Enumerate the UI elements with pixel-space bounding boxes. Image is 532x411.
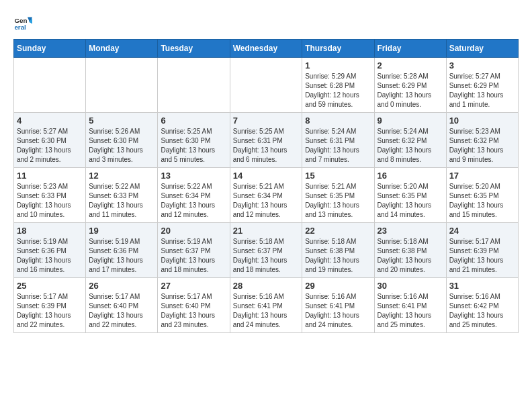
day-info: Sunrise: 5:17 AM Sunset: 6:40 PM Dayligh… [89,292,154,330]
day-info: Sunrise: 5:21 AM Sunset: 6:34 PM Dayligh… [233,182,300,220]
day-info: Sunrise: 5:20 AM Sunset: 6:35 PM Dayligh… [449,182,515,220]
day-number: 12 [89,171,154,181]
calendar-cell: 21Sunrise: 5:18 AM Sunset: 6:37 PM Dayli… [230,223,302,278]
day-number: 15 [305,171,371,181]
weekday-header-monday: Monday [86,40,158,58]
day-info: Sunrise: 5:17 AM Sunset: 6:40 PM Dayligh… [161,292,226,330]
day-info: Sunrise: 5:25 AM Sunset: 6:30 PM Dayligh… [161,127,226,165]
day-info: Sunrise: 5:20 AM Sunset: 6:35 PM Dayligh… [378,182,443,220]
day-info: Sunrise: 5:26 AM Sunset: 6:30 PM Dayligh… [89,127,154,165]
calendar-cell: 8Sunrise: 5:24 AM Sunset: 6:31 PM Daylig… [302,113,374,168]
day-number: 26 [89,281,154,291]
day-number: 30 [378,281,443,291]
day-number: 17 [449,171,515,181]
calendar-cell [14,58,86,113]
calendar-cell [86,58,158,113]
day-number: 13 [161,171,226,181]
calendar-cell: 14Sunrise: 5:21 AM Sunset: 6:34 PM Dayli… [230,168,302,223]
day-info: Sunrise: 5:18 AM Sunset: 6:38 PM Dayligh… [378,237,443,275]
day-number: 2 [378,60,443,71]
weekday-header-saturday: Saturday [446,40,518,58]
calendar-table: SundayMondayTuesdayWednesdayThursdayFrid… [13,39,519,333]
calendar-cell: 26Sunrise: 5:17 AM Sunset: 6:40 PM Dayli… [86,278,158,333]
day-number: 23 [378,226,443,236]
day-number: 21 [233,226,300,236]
day-info: Sunrise: 5:16 AM Sunset: 6:41 PM Dayligh… [305,292,371,330]
day-info: Sunrise: 5:22 AM Sunset: 6:34 PM Dayligh… [161,182,226,220]
calendar-cell: 16Sunrise: 5:20 AM Sunset: 6:35 PM Dayli… [374,168,446,223]
day-info: Sunrise: 5:25 AM Sunset: 6:31 PM Dayligh… [233,127,300,165]
calendar-cell: 3Sunrise: 5:27 AM Sunset: 6:29 PM Daylig… [446,58,518,113]
calendar-cell: 29Sunrise: 5:16 AM Sunset: 6:41 PM Dayli… [302,278,374,333]
day-number: 1 [305,60,371,71]
calendar-cell: 23Sunrise: 5:18 AM Sunset: 6:38 PM Dayli… [374,223,446,278]
calendar-cell: 11Sunrise: 5:23 AM Sunset: 6:33 PM Dayli… [14,168,86,223]
day-number: 24 [449,226,515,236]
day-number: 14 [233,171,300,181]
svg-text:eral: eral [14,24,26,31]
day-info: Sunrise: 5:19 AM Sunset: 6:37 PM Dayligh… [161,237,226,275]
day-number: 28 [233,281,300,291]
day-info: Sunrise: 5:19 AM Sunset: 6:36 PM Dayligh… [89,237,154,275]
day-info: Sunrise: 5:29 AM Sunset: 6:28 PM Dayligh… [305,72,371,109]
day-info: Sunrise: 5:19 AM Sunset: 6:36 PM Dayligh… [17,237,83,275]
calendar-cell: 22Sunrise: 5:18 AM Sunset: 6:38 PM Dayli… [302,223,374,278]
logo-icon: Gen eral [13,13,32,32]
calendar-cell: 7Sunrise: 5:25 AM Sunset: 6:31 PM Daylig… [230,113,302,168]
day-info: Sunrise: 5:16 AM Sunset: 6:41 PM Dayligh… [378,292,443,330]
day-info: Sunrise: 5:27 AM Sunset: 6:30 PM Dayligh… [17,127,83,165]
day-number: 16 [378,171,443,181]
calendar-cell: 6Sunrise: 5:25 AM Sunset: 6:30 PM Daylig… [158,113,230,168]
logo: Gen eral [13,13,35,32]
weekday-header-sunday: Sunday [14,40,86,58]
calendar-cell: 24Sunrise: 5:17 AM Sunset: 6:39 PM Dayli… [446,223,518,278]
calendar-cell: 15Sunrise: 5:21 AM Sunset: 6:35 PM Dayli… [302,168,374,223]
day-info: Sunrise: 5:16 AM Sunset: 6:42 PM Dayligh… [449,292,515,330]
day-info: Sunrise: 5:22 AM Sunset: 6:33 PM Dayligh… [89,182,154,220]
day-info: Sunrise: 5:28 AM Sunset: 6:29 PM Dayligh… [378,72,443,109]
calendar-cell: 13Sunrise: 5:22 AM Sunset: 6:34 PM Dayli… [158,168,230,223]
day-info: Sunrise: 5:27 AM Sunset: 6:29 PM Dayligh… [449,72,515,109]
day-number: 4 [17,116,83,126]
day-number: 5 [89,116,154,126]
calendar-cell: 25Sunrise: 5:17 AM Sunset: 6:39 PM Dayli… [14,278,86,333]
calendar-cell: 30Sunrise: 5:16 AM Sunset: 6:41 PM Dayli… [374,278,446,333]
day-info: Sunrise: 5:23 AM Sunset: 6:33 PM Dayligh… [17,182,83,220]
calendar-cell: 12Sunrise: 5:22 AM Sunset: 6:33 PM Dayli… [86,168,158,223]
day-number: 8 [305,116,371,126]
day-info: Sunrise: 5:21 AM Sunset: 6:35 PM Dayligh… [305,182,371,220]
day-info: Sunrise: 5:17 AM Sunset: 6:39 PM Dayligh… [449,237,515,275]
weekday-header-thursday: Thursday [302,40,374,58]
day-number: 19 [89,226,154,236]
day-number: 3 [449,60,515,71]
day-number: 18 [17,226,83,236]
weekday-header-wednesday: Wednesday [230,40,302,58]
day-number: 6 [161,116,226,126]
calendar-cell: 18Sunrise: 5:19 AM Sunset: 6:36 PM Dayli… [14,223,86,278]
calendar-cell: 31Sunrise: 5:16 AM Sunset: 6:42 PM Dayli… [446,278,518,333]
day-number: 27 [161,281,226,291]
day-number: 31 [449,281,515,291]
calendar-cell: 4Sunrise: 5:27 AM Sunset: 6:30 PM Daylig… [14,113,86,168]
calendar-cell: 19Sunrise: 5:19 AM Sunset: 6:36 PM Dayli… [86,223,158,278]
weekday-header-tuesday: Tuesday [158,40,230,58]
day-info: Sunrise: 5:18 AM Sunset: 6:38 PM Dayligh… [305,237,371,275]
day-number: 10 [449,116,515,126]
calendar-cell: 5Sunrise: 5:26 AM Sunset: 6:30 PM Daylig… [86,113,158,168]
day-number: 11 [17,171,83,181]
day-number: 29 [305,281,371,291]
day-info: Sunrise: 5:18 AM Sunset: 6:37 PM Dayligh… [233,237,300,275]
weekday-header-friday: Friday [374,40,446,58]
calendar-cell: 17Sunrise: 5:20 AM Sunset: 6:35 PM Dayli… [446,168,518,223]
calendar-cell: 10Sunrise: 5:23 AM Sunset: 6:32 PM Dayli… [446,113,518,168]
calendar-cell: 20Sunrise: 5:19 AM Sunset: 6:37 PM Dayli… [158,223,230,278]
calendar-cell: 2Sunrise: 5:28 AM Sunset: 6:29 PM Daylig… [374,58,446,113]
day-info: Sunrise: 5:24 AM Sunset: 6:32 PM Dayligh… [378,127,443,165]
day-number: 20 [161,226,226,236]
calendar-cell: 9Sunrise: 5:24 AM Sunset: 6:32 PM Daylig… [374,113,446,168]
day-info: Sunrise: 5:17 AM Sunset: 6:39 PM Dayligh… [17,292,83,330]
day-number: 22 [305,226,371,236]
calendar-cell: 28Sunrise: 5:16 AM Sunset: 6:41 PM Dayli… [230,278,302,333]
day-info: Sunrise: 5:23 AM Sunset: 6:32 PM Dayligh… [449,127,515,165]
page-header: Gen eral [13,13,519,32]
